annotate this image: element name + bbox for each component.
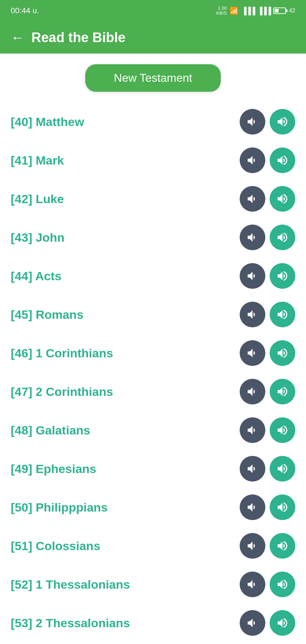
audio-button-green[interactable]: [270, 379, 295, 404]
audio-button-dark[interactable]: [240, 456, 265, 482]
audio-button-green[interactable]: [270, 340, 295, 366]
status-right: 1.00 KB/S 📶 ▐▐▐ ▐▐▐ 42: [216, 6, 295, 16]
audio-button-green[interactable]: [270, 572, 295, 597]
audio-button-dark[interactable]: [240, 533, 265, 559]
audio-button-dark[interactable]: [240, 379, 265, 404]
status-time: 00:44 u.: [11, 6, 39, 15]
book-label: [44] Acts: [11, 269, 235, 283]
page-title: Read the Bible: [31, 30, 126, 45]
book-label: [49] Ephesians: [11, 462, 235, 476]
book-label: [40] Matthew: [11, 115, 235, 129]
audio-button-green[interactable]: [270, 225, 295, 250]
book-label: [50] Philipppians: [11, 500, 235, 514]
book-row[interactable]: [53] 2 Thessalonians: [0, 604, 306, 642]
book-row[interactable]: [46] 1 Corinthians: [0, 334, 306, 372]
audio-button-dark[interactable]: [240, 225, 265, 250]
status-speed: 1.00 KB/S: [216, 6, 227, 16]
audio-button-dark[interactable]: [240, 302, 265, 327]
audio-button-green[interactable]: [270, 109, 295, 135]
signal-icon: ▐▐▐: [241, 7, 255, 15]
audio-button-green[interactable]: [270, 610, 295, 636]
testament-button[interactable]: New Testament: [85, 64, 221, 92]
wifi-icon: 📶: [230, 6, 239, 15]
audio-button-dark[interactable]: [240, 494, 265, 520]
book-label: [52] 1 Thessalonians: [11, 578, 235, 592]
testament-section: New Testament: [0, 54, 306, 99]
book-row[interactable]: [51] Colossians: [0, 527, 306, 565]
audio-button-dark[interactable]: [240, 186, 265, 212]
audio-button-green[interactable]: [270, 302, 295, 327]
audio-button-dark[interactable]: [240, 610, 265, 636]
audio-button-green[interactable]: [270, 263, 295, 289]
book-label: [41] Mark: [11, 154, 235, 167]
battery-icon: [273, 7, 286, 14]
book-row[interactable]: [40] Matthew: [0, 102, 306, 141]
book-row[interactable]: [54] 1 Timothy: [0, 642, 306, 644]
signal-icon-2: ▐▐▐: [257, 7, 271, 15]
book-row[interactable]: [50] Philipppians: [0, 488, 306, 527]
audio-button-green[interactable]: [270, 494, 295, 520]
book-row[interactable]: [42] Luke: [0, 180, 306, 218]
battery-level: 42: [289, 7, 295, 14]
book-label: [45] Romans: [11, 308, 235, 322]
book-label: [43] John: [11, 231, 235, 245]
book-row[interactable]: [41] Mark: [0, 141, 306, 180]
book-label: [42] Luke: [11, 192, 235, 206]
status-bar: 00:44 u. 1.00 KB/S 📶 ▐▐▐ ▐▐▐ 42: [0, 0, 306, 21]
book-row[interactable]: [45] Romans: [0, 295, 306, 334]
app-header: ← Read the Bible: [0, 21, 306, 54]
audio-button-green[interactable]: [270, 456, 295, 482]
book-label: [53] 2 Thessalonians: [11, 616, 235, 630]
audio-button-dark[interactable]: [240, 263, 265, 289]
book-label: [48] Galatians: [11, 423, 235, 437]
back-button[interactable]: ←: [11, 31, 24, 44]
book-label: [46] 1 Corinthians: [11, 346, 235, 360]
book-row[interactable]: [48] Galatians: [0, 411, 306, 449]
audio-button-green[interactable]: [270, 186, 295, 212]
book-label: [47] 2 Corinthians: [11, 385, 235, 399]
book-label: [51] Colossians: [11, 539, 235, 553]
audio-button-green[interactable]: [270, 147, 295, 173]
audio-button-dark[interactable]: [240, 147, 265, 173]
audio-button-green[interactable]: [270, 417, 295, 443]
book-row[interactable]: [49] Ephesians: [0, 449, 306, 488]
audio-button-dark[interactable]: [240, 417, 265, 443]
audio-button-dark[interactable]: [240, 109, 265, 135]
audio-button-dark[interactable]: [240, 572, 265, 597]
book-row[interactable]: [47] 2 Corinthians: [0, 372, 306, 411]
book-row[interactable]: [52] 1 Thessalonians: [0, 565, 306, 604]
book-list: [40] Matthew [41] Mark [42] Luke [43] Jo…: [0, 99, 306, 644]
audio-button-dark[interactable]: [240, 340, 265, 366]
book-row[interactable]: [44] Acts: [0, 257, 306, 295]
audio-button-green[interactable]: [270, 533, 295, 559]
book-row[interactable]: [43] John: [0, 218, 306, 257]
